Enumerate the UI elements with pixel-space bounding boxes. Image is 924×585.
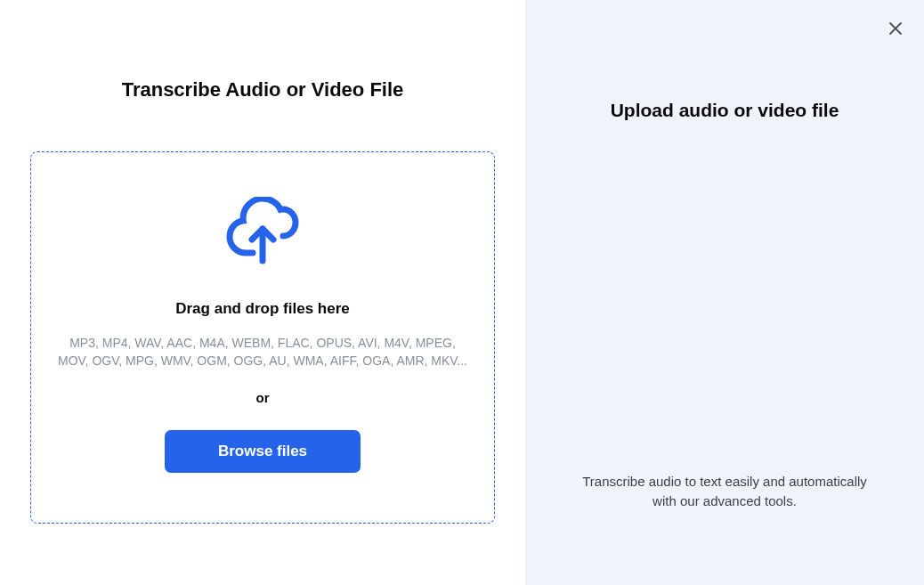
upload-panel: Transcribe Audio or Video File Drag and … bbox=[0, 0, 525, 585]
drop-instruction-text: Drag and drop files here bbox=[175, 300, 350, 318]
browse-files-button[interactable]: Browse files bbox=[165, 430, 361, 473]
cloud-upload-icon bbox=[226, 197, 299, 268]
info-panel: Upload audio or video file Transcribe au… bbox=[525, 0, 924, 585]
page-title: Transcribe Audio or Video File bbox=[30, 78, 495, 102]
close-icon[interactable] bbox=[887, 20, 904, 37]
supported-formats-text: MP3, MP4, WAV, AAC, M4A, WEBM, FLAC, OPU… bbox=[58, 334, 467, 370]
info-title: Upload audio or video file bbox=[611, 100, 839, 121]
info-description: Transcribe audio to text easily and auto… bbox=[555, 472, 894, 511]
file-dropzone[interactable]: Drag and drop files here MP3, MP4, WAV, … bbox=[30, 151, 495, 524]
or-separator: or bbox=[256, 390, 270, 405]
